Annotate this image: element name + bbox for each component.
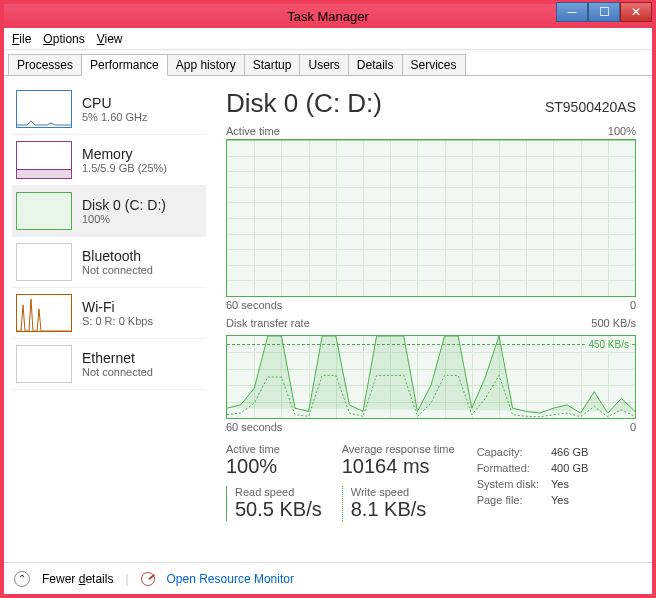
property-row: System disk:Yes: [477, 477, 599, 491]
window-title: Task Manager: [287, 9, 369, 24]
menu-options[interactable]: Options: [43, 32, 84, 46]
sidebar-item-label: Ethernet: [82, 350, 153, 366]
sidebar: CPU5% 1.60 GHzMemory1.5/5.9 GB (25%)Disk…: [4, 76, 214, 562]
sidebar-item-cpu[interactable]: CPU5% 1.60 GHz: [12, 84, 206, 135]
main-panel: Disk 0 (C: D:) ST9500420AS Active time 1…: [214, 76, 652, 562]
wifi-thumb-icon: [16, 294, 72, 332]
chart2-axis-right: 0: [630, 421, 636, 433]
sidebar-item-sub: Not connected: [82, 366, 153, 378]
tab-app-history[interactable]: App history: [167, 54, 245, 75]
disk-thumb-icon: [16, 192, 72, 230]
read-speed-value: 50.5 KB/s: [235, 498, 322, 521]
property-row: Capacity:466 GB: [477, 445, 599, 459]
menu-file[interactable]: File: [12, 32, 31, 46]
content-area: CPU5% 1.60 GHzMemory1.5/5.9 GB (25%)Disk…: [4, 76, 652, 562]
sidebar-item-sub: 1.5/5.9 GB (25%): [82, 162, 167, 174]
blank-thumb-icon: [16, 345, 72, 383]
active-time-chart: [226, 139, 636, 297]
sidebar-item-label: CPU: [82, 95, 147, 111]
task-manager-window: Task Manager ─ ☐ ✕ File Options View Pro…: [0, 0, 656, 598]
disk-model: ST9500420AS: [545, 99, 636, 115]
titlebar[interactable]: Task Manager ─ ☐ ✕: [4, 4, 652, 28]
menu-view[interactable]: View: [97, 32, 123, 46]
footer: ⌃ Fewer details | Open Resource Monitor: [4, 562, 652, 594]
minimize-button[interactable]: ─: [556, 2, 588, 22]
menubar: File Options View: [4, 28, 652, 50]
maximize-button[interactable]: ☐: [588, 2, 620, 22]
chart1-label-right: 100%: [608, 125, 636, 137]
close-button[interactable]: ✕: [620, 2, 652, 22]
tab-services[interactable]: Services: [402, 54, 466, 75]
blank-thumb-icon: [16, 243, 72, 281]
chart2-label-left: Disk transfer rate: [226, 317, 310, 329]
sidebar-item-mem[interactable]: Memory1.5/5.9 GB (25%): [12, 135, 206, 186]
chart1-label-left: Active time: [226, 125, 280, 137]
sidebar-item-sub: 100%: [82, 213, 166, 225]
write-speed-label: Write speed: [351, 486, 455, 498]
tab-startup[interactable]: Startup: [244, 54, 301, 75]
sidebar-item-wifi[interactable]: Wi-FiS: 0 R: 0 Kbps: [12, 288, 206, 339]
disk-properties-table: Capacity:466 GBFormatted:400 GBSystem di…: [475, 443, 601, 509]
sidebar-item-label: Wi-Fi: [82, 299, 153, 315]
active-time-value: 100%: [226, 455, 322, 478]
chart2-label-right: 500 KB/s: [591, 317, 636, 329]
write-speed-value: 8.1 KB/s: [351, 498, 455, 521]
resource-monitor-icon: [141, 572, 155, 586]
active-time-label: Active time: [226, 443, 322, 455]
property-row: Page file:Yes: [477, 493, 599, 507]
chart1-axis-right: 0: [630, 299, 636, 311]
sidebar-item-sub: 5% 1.60 GHz: [82, 111, 147, 123]
sidebar-item-sub: Not connected: [82, 264, 153, 276]
sidebar-item-blank[interactable]: EthernetNot connected: [12, 339, 206, 390]
sidebar-item-label: Bluetooth: [82, 248, 153, 264]
sidebar-item-label: Memory: [82, 146, 167, 162]
sidebar-item-sub: S: 0 R: 0 Kbps: [82, 315, 153, 327]
chart1-axis-left: 60 seconds: [226, 299, 282, 311]
tabbar: ProcessesPerformanceApp historyStartupUs…: [4, 50, 652, 76]
fewer-details-link[interactable]: Fewer details: [42, 572, 113, 586]
cpu-thumb-icon: [16, 90, 72, 128]
tab-details[interactable]: Details: [348, 54, 403, 75]
tab-users[interactable]: Users: [299, 54, 348, 75]
transfer-rate-chart: 450 KB/s: [226, 335, 636, 419]
avg-response-value: 10164 ms: [342, 455, 455, 478]
property-row: Formatted:400 GB: [477, 461, 599, 475]
tab-processes[interactable]: Processes: [8, 54, 82, 75]
chart2-axis-left: 60 seconds: [226, 421, 282, 433]
stats-area: Active time 100% Read speed 50.5 KB/s Av…: [226, 443, 636, 529]
sidebar-item-disk[interactable]: Disk 0 (C: D:)100%: [12, 186, 206, 237]
sidebar-item-blank[interactable]: BluetoothNot connected: [12, 237, 206, 288]
mem-thumb-icon: [16, 141, 72, 179]
sidebar-item-label: Disk 0 (C: D:): [82, 197, 166, 213]
tab-performance[interactable]: Performance: [81, 54, 168, 76]
open-resource-monitor-link[interactable]: Open Resource Monitor: [167, 572, 294, 586]
read-speed-label: Read speed: [235, 486, 322, 498]
avg-response-label: Average response time: [342, 443, 455, 455]
chevron-up-icon[interactable]: ⌃: [14, 571, 30, 587]
page-title: Disk 0 (C: D:): [226, 88, 382, 119]
